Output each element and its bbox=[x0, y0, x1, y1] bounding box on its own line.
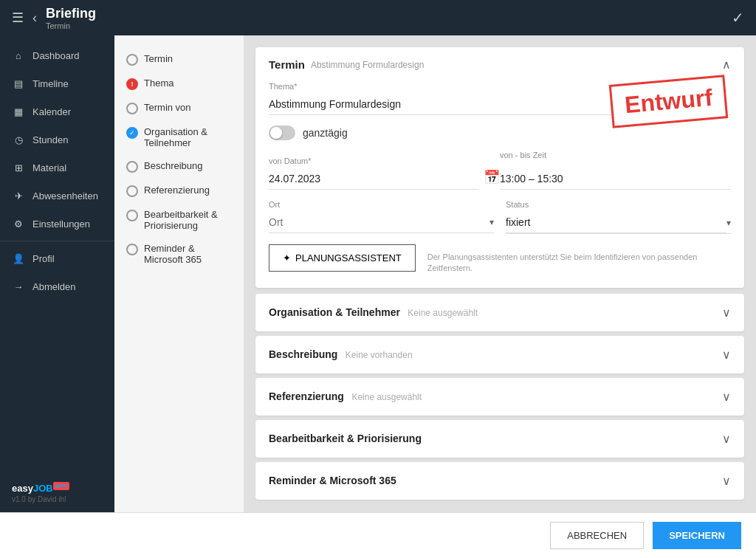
planungsassistent-icon: ✦ bbox=[283, 252, 291, 264]
bottom-bar: ABBRECHEN SPEICHERN bbox=[0, 512, 756, 558]
sidebar-label-dashboard: Dashboard bbox=[32, 50, 80, 61]
ganztaegig-toggle[interactable] bbox=[269, 125, 295, 140]
bearbeitbarkeit-card: Bearbeitbarkeit & Priorisierung ∨ bbox=[255, 420, 744, 458]
nav-item-reminder[interactable]: Reminder & Microsoft 365 bbox=[123, 237, 235, 271]
sidebar-label-abmelden: Abmelden bbox=[32, 281, 76, 292]
beschreibung-sub: Keine vorhanden bbox=[346, 350, 413, 360]
von-datum-label: von Datum* bbox=[269, 156, 500, 165]
termin-card-body: Thema* ganztägig von Datum* bbox=[255, 82, 744, 288]
sidebar: ⌂ Dashboard ▤ Timeline ▦ Kalender ◷ Stun… bbox=[0, 35, 114, 512]
referenzierung-accordion[interactable]: Referenzierung Keine ausgewählt ∨ bbox=[255, 378, 744, 416]
planning-row: ✦ PLANUNGSASSISTENT Der Planungsassisten… bbox=[269, 244, 731, 275]
von-bis-input[interactable] bbox=[500, 168, 731, 190]
calendar-icon[interactable]: 📅 bbox=[484, 169, 500, 185]
nav-label-thema: Thema bbox=[144, 78, 173, 89]
beschreibung-expand-icon[interactable]: ∨ bbox=[722, 348, 731, 362]
reminder-expand-icon[interactable]: ∨ bbox=[722, 474, 731, 488]
referenzierung-title: Referenzierung bbox=[269, 390, 344, 402]
back-button[interactable]: ‹ bbox=[32, 10, 37, 26]
timeline-icon: ▤ bbox=[12, 77, 25, 90]
cancel-button[interactable]: ABBRECHEN bbox=[550, 522, 644, 549]
planning-hint: Der Planungsassistenten unterstützt Sie … bbox=[427, 244, 731, 275]
sidebar-label-abwesenheiten: Abwesenheiten bbox=[32, 190, 98, 202]
ort-dropdown-icon[interactable]: ▾ bbox=[489, 217, 494, 227]
sidebar-item-material[interactable]: ⊞ Material bbox=[0, 154, 114, 182]
planungsassistent-button[interactable]: ✦ PLANUNGSASSISTENT bbox=[269, 244, 416, 272]
sidebar-label-timeline: Timeline bbox=[32, 78, 69, 89]
ganztaegig-row: ganztägig bbox=[269, 125, 731, 140]
nav-label-termin-von: Termin von bbox=[144, 102, 191, 113]
sidebar-item-stunden[interactable]: ◷ Stunden bbox=[0, 125, 114, 154]
material-icon: ⊞ bbox=[12, 161, 25, 174]
nav-label-termin: Termin bbox=[144, 53, 173, 64]
logo-area: easyJOBAPP bbox=[12, 483, 103, 494]
einstellungen-icon: ⚙ bbox=[12, 217, 25, 230]
nav-item-termin[interactable]: Termin bbox=[123, 47, 235, 72]
nav-circle-termin bbox=[126, 54, 138, 66]
page-subtitle: Termin bbox=[46, 21, 96, 30]
referenzierung-card: Referenzierung Keine ausgewählt ∨ bbox=[255, 378, 744, 416]
save-button[interactable]: SPEICHERN bbox=[653, 522, 741, 549]
ganztaegig-label: ganztägig bbox=[303, 127, 348, 139]
nav-item-referenzierung[interactable]: Referenzierung bbox=[123, 179, 235, 203]
sidebar-divider bbox=[0, 241, 114, 241]
organisation-accordion[interactable]: Organisation & Teilnehmer Keine ausgewäh… bbox=[255, 294, 744, 331]
content-area: Termin Thema Termin von Organisation & T… bbox=[114, 35, 756, 512]
nav-circle-organisation bbox=[126, 127, 138, 139]
sidebar-label-einstellungen: Einstellungen bbox=[32, 218, 90, 230]
nav-circle-reminder bbox=[126, 244, 138, 255]
profil-icon: 👤 bbox=[12, 252, 25, 265]
nav-item-bearbeitbarkeit[interactable]: Bearbeitbarkeit & Priorisierung bbox=[123, 203, 235, 237]
page-title: Briefing bbox=[46, 6, 96, 21]
beschreibung-card: Beschreibung Keine vorhanden ∨ bbox=[255, 336, 744, 373]
planungsassistent-label: PLANUNGSASSISTENT bbox=[295, 252, 402, 264]
hamburger-icon[interactable]: ☰ bbox=[12, 10, 24, 26]
beschreibung-accordion[interactable]: Beschreibung Keine vorhanden ∨ bbox=[255, 336, 744, 373]
organisation-expand-icon[interactable]: ∨ bbox=[722, 306, 731, 320]
status-select[interactable]: fixiert offen tentativ bbox=[506, 212, 726, 233]
nav-label-beschreibung: Beschreibung bbox=[144, 160, 203, 171]
reminder-accordion[interactable]: Reminder & Microsoft 365 ∨ bbox=[255, 462, 744, 500]
logo-app-badge: APP bbox=[53, 482, 69, 490]
reminder-card: Reminder & Microsoft 365 ∨ bbox=[255, 462, 744, 500]
top-bar: ☰ ‹ Briefing Termin ✓ bbox=[0, 0, 756, 35]
termin-collapse-icon[interactable]: ∧ bbox=[722, 58, 731, 72]
bearbeitbarkeit-title: Bearbeitbarkeit & Priorisierung bbox=[269, 433, 422, 444]
sidebar-item-dashboard[interactable]: ⌂ Dashboard bbox=[0, 41, 114, 69]
termin-card-subtitle: Abstimmung Formulardesign bbox=[311, 60, 424, 70]
sidebar-item-kalender[interactable]: ▦ Kalender bbox=[0, 97, 114, 125]
von-datum-input[interactable] bbox=[269, 168, 479, 190]
nav-circle-thema bbox=[126, 78, 138, 90]
termin-card-title: Termin bbox=[269, 58, 305, 71]
nav-item-termin-von[interactable]: Termin von bbox=[123, 96, 235, 120]
ort-input[interactable] bbox=[269, 212, 489, 232]
toggle-knob bbox=[270, 127, 282, 139]
stunden-icon: ◷ bbox=[12, 133, 25, 146]
abmelden-icon: → bbox=[12, 280, 25, 293]
bearbeitbarkeit-accordion[interactable]: Bearbeitbarkeit & Priorisierung ∨ bbox=[255, 420, 744, 458]
thema-group: Thema* bbox=[269, 82, 731, 115]
status-group: Status fixiert offen tentativ ▾ bbox=[506, 200, 731, 234]
nav-item-organisation[interactable]: Organisation & Teilnehmer bbox=[123, 120, 235, 154]
sidebar-item-abwesenheiten[interactable]: ✈ Abwesenheiten bbox=[0, 182, 114, 210]
date-group: von Datum* 📅 bbox=[269, 156, 500, 190]
sidebar-item-abmelden[interactable]: → Abmelden bbox=[0, 272, 114, 300]
nav-item-thema[interactable]: Thema bbox=[123, 72, 235, 96]
sidebar-item-timeline[interactable]: ▤ Timeline bbox=[0, 69, 114, 97]
thema-input[interactable] bbox=[269, 94, 731, 115]
ort-group: Ort ▾ bbox=[269, 200, 494, 234]
sidebar-item-einstellungen[interactable]: ⚙ Einstellungen bbox=[0, 210, 114, 238]
termin-card-title-area: Termin Abstimmung Formulardesign bbox=[269, 58, 424, 71]
von-bis-label: von - bis Zeit bbox=[500, 151, 546, 159]
nav-item-beschreibung[interactable]: Beschreibung bbox=[123, 154, 235, 179]
referenzierung-expand-icon[interactable]: ∨ bbox=[722, 390, 731, 404]
termin-card-header[interactable]: Termin Abstimmung Formulardesign ∧ bbox=[255, 47, 744, 82]
sidebar-item-profil[interactable]: 👤 Profil bbox=[0, 244, 114, 272]
confirm-button[interactable]: ✓ bbox=[732, 9, 744, 27]
left-nav: Termin Thema Termin von Organisation & T… bbox=[114, 35, 244, 512]
bearbeitbarkeit-expand-icon[interactable]: ∨ bbox=[722, 432, 731, 446]
nav-circle-referenzierung bbox=[126, 185, 138, 197]
main-layout: ⌂ Dashboard ▤ Timeline ▦ Kalender ◷ Stun… bbox=[0, 35, 756, 512]
main-panel: Entwurf Termin Abstimmung Formulardesign… bbox=[244, 35, 756, 512]
nav-circle-beschreibung bbox=[126, 161, 138, 173]
